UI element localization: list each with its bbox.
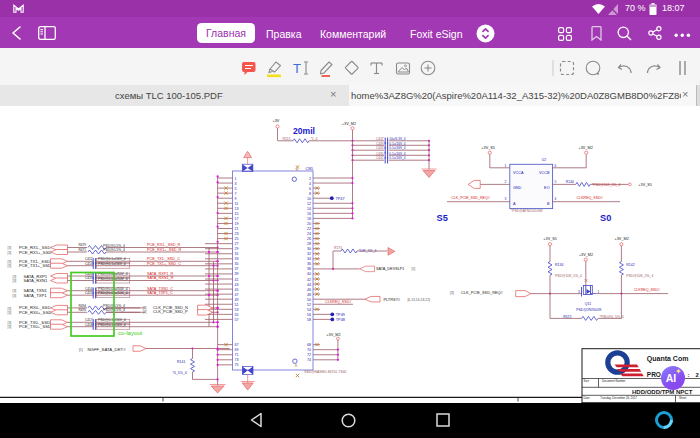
svg-text:10u/6.3V_4: 10u/6.3V_4: [389, 137, 406, 141]
svg-text:53: 53: [235, 308, 239, 312]
svg-text:R142: R142: [626, 263, 634, 267]
svg-text:4: 4: [555, 197, 557, 201]
svg-text::: :: [688, 372, 690, 378]
svg-text:CLKREQ_SSD#: CLKREQ_SSD#: [325, 300, 351, 304]
svg-text:27: 27: [235, 242, 239, 246]
svg-text:co-layout: co-layout: [118, 330, 143, 336]
svg-text:PLTRST#: PLTRST#: [383, 297, 401, 302]
svg-text:PCE_RX1-_SSD_R: PCE_RX1-_SSD_R: [147, 243, 181, 247]
svg-text:SATA_DEVSLP1: SATA_DEVSLP1: [376, 267, 405, 271]
svg-text:+3V_M2: +3V_M2: [579, 146, 593, 150]
svg-text:9: 9: [235, 197, 237, 201]
svg-text:[3]: [3]: [13, 279, 17, 283]
svg-text:6: 6: [309, 187, 311, 191]
svg-text:75: 75: [235, 363, 239, 367]
svg-text:51: 51: [235, 303, 239, 307]
svg-text:[3]: [3]: [143, 306, 147, 310]
svg-text:13: 13: [235, 207, 239, 211]
svg-text:17: 17: [235, 217, 239, 221]
svg-text:1: 1: [235, 177, 237, 181]
svg-text:CLK_PCIE_SSD_REQ#: CLK_PCIE_SSD_REQ#: [451, 196, 490, 200]
svg-text:+3V_M2: +3V_M2: [326, 333, 340, 337]
svg-text:3: 3: [504, 197, 506, 201]
svg-text:41: 41: [235, 278, 239, 282]
svg-text:+3V_S5: +3V_S5: [638, 183, 652, 187]
svg-text:PSD@0.05u/50V_4: PSD@0.05u/50V_4: [98, 277, 128, 281]
svg-text:R479: R479: [78, 243, 86, 247]
svg-text:R140: R140: [566, 180, 574, 184]
svg-text:70: 70: [307, 348, 311, 352]
svg-text:8: 8: [309, 192, 311, 196]
svg-text:39: 39: [235, 272, 239, 276]
svg-text:26: 26: [307, 237, 311, 241]
svg-text:32: 32: [307, 252, 311, 256]
svg-text:C412: C412: [85, 257, 93, 261]
svg-text:PCE_TX1+_SSD_C: PCE_TX1+_SSD_C: [147, 262, 181, 266]
svg-text:PCE_TX0+_SSD: PCE_TX0+_SSD: [19, 324, 51, 329]
svg-text:14: 14: [307, 207, 311, 211]
svg-text:R134: R134: [555, 263, 563, 267]
svg-text:45: 45: [235, 288, 239, 292]
svg-text:22: 22: [307, 227, 311, 231]
svg-text:SSD@NASM0-S6701-TS40: SSD@NASM0-S6701-TS40: [304, 370, 346, 374]
svg-text:46: 46: [307, 288, 311, 292]
svg-text:20: 20: [307, 222, 311, 226]
svg-text:3: 3: [578, 290, 580, 294]
svg-text:+3V_M2: +3V_M2: [579, 253, 593, 257]
svg-text:43: 43: [235, 283, 239, 287]
svg-text:PCE_RX0+_SSD: PCE_RX0+_SSD: [19, 310, 51, 315]
svg-text:Date:: Date:: [584, 396, 591, 400]
svg-text:71: 71: [235, 353, 239, 357]
svg-text:U2: U2: [542, 158, 546, 162]
svg-text:2: 2: [309, 177, 311, 181]
svg-text:+3V_S5: +3V_S5: [543, 237, 557, 241]
svg-text:Document Number: Document Number: [602, 379, 626, 383]
svg-text:S0: S0: [600, 213, 611, 223]
svg-text:Quanta Com: Quanta Com: [647, 355, 689, 363]
svg-text:11: 11: [235, 202, 239, 206]
svg-text:0.1u/16V_4: 0.1u/16V_4: [389, 156, 406, 160]
svg-text:4: 4: [309, 182, 311, 186]
svg-text:Tuesday, December 26, 2017: Tuesday, December 26, 2017: [600, 396, 637, 400]
svg-text:1: 1: [504, 164, 506, 168]
svg-text:[3]: [3]: [13, 294, 17, 298]
svg-text:35: 35: [235, 262, 239, 266]
svg-text:23: 23: [235, 232, 239, 236]
svg-text:[3]: [3]: [8, 311, 12, 315]
svg-text:SATA_RXN1: SATA_RXN1: [24, 278, 48, 283]
svg-text:[3]: [3]: [8, 321, 12, 325]
svg-text:[3]: [3]: [8, 307, 12, 311]
svg-text:Q11: Q11: [585, 302, 591, 306]
svg-text:SATA_TXP1: SATA_TXP1: [24, 293, 48, 298]
svg-text:PSD@10K_5%_4: PSD@10K_5%_4: [555, 274, 582, 278]
svg-text:C435: C435: [376, 152, 384, 156]
svg-text:[3]: [3]: [8, 260, 12, 264]
svg-text:[3]: [3]: [8, 325, 12, 329]
svg-text:R471: R471: [78, 248, 86, 252]
svg-text:+3V: +3V: [273, 119, 280, 123]
svg-text:0.1u/16V_4: 0.1u/16V_4: [389, 142, 406, 146]
svg-text:PSD@0.1u/16V_4: PSD@0.1u/16V_4: [98, 318, 126, 322]
svg-text:PSD@0.5%_4: PSD@0.5%_4: [103, 244, 125, 248]
svg-text:24: 24: [307, 232, 311, 236]
svg-text:40: 40: [307, 272, 311, 276]
svg-text:PSD@0.1u/16V_4: PSD@0.1u/16V_4: [98, 262, 126, 266]
svg-text:6: 6: [555, 164, 557, 168]
svg-text:C419: C419: [85, 276, 93, 280]
svg-text:PSD@2N7002K: PSD@2N7002K: [576, 308, 602, 312]
svg-text:+3V_M2: +3V_M2: [615, 237, 629, 241]
svg-text:C415: C415: [85, 291, 93, 295]
svg-text:C437: C437: [376, 137, 384, 141]
svg-text:*PSD@ATS0101GW: *PSD@ATS0101GW: [511, 209, 543, 213]
svg-text:R572: R572: [563, 315, 571, 319]
svg-text:50: 50: [307, 298, 311, 302]
svg-text:C417: C417: [85, 318, 93, 322]
svg-text:48: 48: [307, 293, 311, 297]
svg-text:54: 54: [307, 308, 311, 312]
svg-text:31: 31: [235, 252, 239, 256]
svg-text:37: 37: [235, 267, 239, 271]
svg-text:Size: Size: [584, 379, 590, 383]
svg-text:67: 67: [235, 343, 239, 347]
svg-text:57: 57: [235, 318, 239, 322]
svg-text:PSD@0.1u/16V_4: PSD@0.1u/16V_4: [98, 257, 126, 261]
